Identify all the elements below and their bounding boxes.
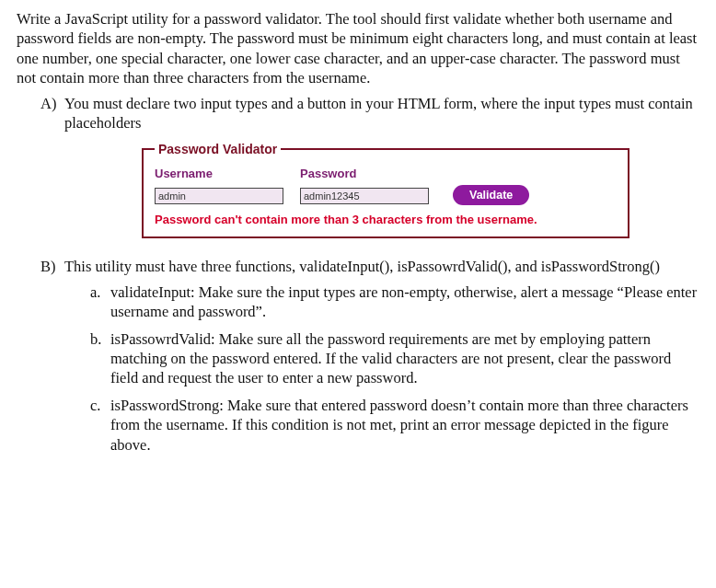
question-b: B) This utility must have three function… [64, 257, 699, 455]
page: Write a JavaScript utility for a passwor… [0, 0, 716, 588]
sub-c: c. isPasswordStrong: Make sure that ente… [110, 396, 699, 455]
question-b-text: This utility must have three functions, … [64, 257, 699, 276]
validate-button[interactable]: Validate [453, 185, 529, 205]
sub-a: a. validateInput: Make sure the input ty… [110, 282, 699, 322]
figure-wrapper: Password Validator Username Password Val… [142, 141, 629, 239]
error-message: Password can't contain more than 3 chara… [155, 212, 617, 228]
password-input[interactable] [300, 188, 429, 204]
sub-b: b. isPassowrdValid: Make sure all the pa… [110, 329, 699, 388]
question-a: A) You must declare two input types and … [64, 94, 699, 133]
sub-a-text: validateInput: Make sure the input types… [110, 283, 697, 320]
sub-b-label: b. [90, 329, 101, 349]
password-validator-fieldset: Password Validator Username Password Val… [142, 141, 629, 239]
password-column: Password [300, 167, 429, 204]
question-a-text: You must declare two input types and a b… [64, 94, 699, 133]
question-a-label: A) [40, 94, 56, 113]
username-label: Username [155, 167, 283, 182]
sub-c-label: c. [90, 396, 100, 415]
sub-b-text: isPassowrdValid: Make sure all the passw… [110, 330, 671, 387]
question-list: A) You must declare two input types and … [17, 94, 699, 455]
form-row: Username Password Validate [155, 167, 617, 204]
fieldset-legend: Password Validator [155, 141, 281, 157]
sub-list: a. validateInput: Make sure the input ty… [64, 282, 699, 455]
sub-a-label: a. [90, 282, 100, 302]
sub-c-text: isPasswordStrong: Make sure that entered… [110, 397, 688, 454]
question-b-label: B) [40, 257, 56, 276]
password-label: Password [300, 167, 429, 182]
username-input[interactable] [155, 188, 283, 204]
intro-paragraph: Write a JavaScript utility for a passwor… [17, 9, 699, 88]
username-column: Username [155, 167, 283, 204]
